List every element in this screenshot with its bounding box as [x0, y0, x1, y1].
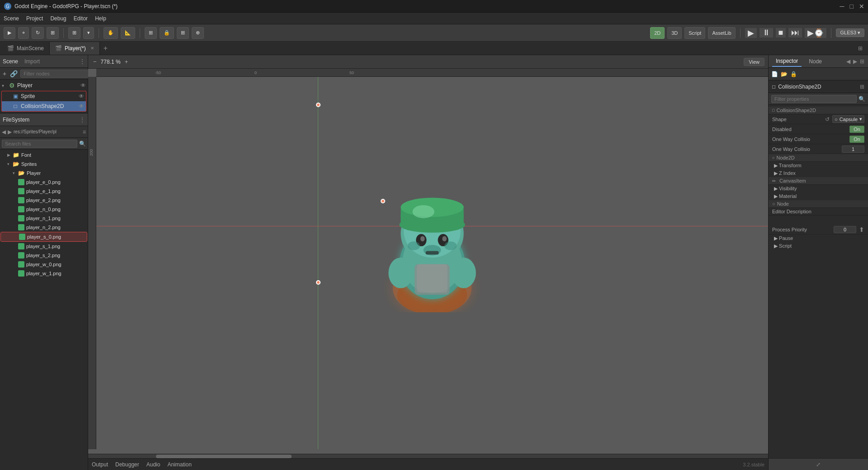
- fs-item-player-n-0[interactable]: player_n_0.png: [0, 205, 88, 214]
- snap-options-button[interactable]: ▾: [83, 27, 94, 39]
- fs-item-player-w-0[interactable]: player_w_0.png: [0, 260, 88, 269]
- add-tab-button[interactable]: +: [100, 44, 111, 52]
- gles-selector[interactable]: GLES3 ▾: [836, 28, 864, 37]
- fs-item-player-s-1[interactable]: player_s_1.png: [0, 242, 88, 251]
- fs-nav-forward[interactable]: ▶: [8, 129, 12, 135]
- one-way-collision-toggle[interactable]: On: [849, 136, 864, 143]
- expand-icon[interactable]: ⤢: [816, 461, 821, 468]
- menu-debug[interactable]: Debug: [50, 15, 66, 22]
- fs-item-player-s-2[interactable]: player_s_2.png: [0, 251, 88, 260]
- grid-snap-button[interactable]: ⊞: [145, 27, 157, 39]
- fs-item-player-e-2[interactable]: player_e_2.png: [0, 196, 88, 205]
- maximize-button[interactable]: □: [850, 3, 854, 10]
- stop-button[interactable]: ■: [776, 28, 786, 38]
- handle-top[interactable]: [316, 103, 321, 107]
- expand-tabs-button[interactable]: ⊞: [854, 43, 866, 53]
- debugger-tab[interactable]: Debugger: [115, 461, 139, 468]
- fs-list-toggle[interactable]: ≡: [83, 129, 86, 135]
- fs-item-font[interactable]: ▶ 📁 Font: [0, 150, 88, 160]
- process-priority-spinbox[interactable]: ⬆: [859, 226, 864, 233]
- close-tab-button[interactable]: ✕: [90, 46, 94, 51]
- tab-player[interactable]: 🎬 Player(*) ✕: [50, 42, 100, 55]
- lock-button[interactable]: 🔒: [160, 27, 174, 39]
- scene-search-input[interactable]: [20, 70, 89, 78]
- player-visibility-icon[interactable]: 👁: [80, 82, 86, 89]
- script-row[interactable]: ▶ Script: [769, 242, 868, 250]
- fs-search-button[interactable]: 🔍: [79, 141, 86, 147]
- shape-value-dropdown[interactable]: ○ Capsule ▾: [832, 115, 864, 123]
- fs-nav-back[interactable]: ◀: [2, 129, 6, 135]
- play-button[interactable]: ▶: [745, 28, 757, 38]
- zindex-subsection[interactable]: ▶ Z Index: [769, 169, 868, 177]
- zoom-out-button[interactable]: −: [92, 58, 98, 65]
- menu-editor[interactable]: Editor: [74, 15, 88, 22]
- animation-tab[interactable]: Animation: [167, 461, 191, 468]
- inspector-tab[interactable]: Inspector: [772, 56, 802, 67]
- step-button[interactable]: ⏭: [788, 28, 802, 38]
- process-priority-value[interactable]: 0: [834, 226, 856, 233]
- menu-project[interactable]: Project: [26, 15, 43, 22]
- open-script-icon[interactable]: 📄: [771, 71, 778, 77]
- fs-item-player-n-2[interactable]: player_n_2.png: [0, 223, 88, 232]
- pivot-button[interactable]: ⊕: [192, 27, 204, 39]
- fs-menu-button[interactable]: ⋮: [80, 117, 85, 123]
- move-tool-button[interactable]: ⌖: [18, 27, 29, 39]
- tree-item-sprite[interactable]: ▣ Sprite 👁: [2, 91, 86, 101]
- tree-item-player[interactable]: ▾ ⚙ Player 👁: [0, 80, 88, 90]
- rotate-tool-button[interactable]: ↻: [32, 27, 44, 39]
- one-way-margin-value[interactable]: 1: [842, 146, 864, 153]
- open-folder-icon[interactable]: 📂: [781, 71, 788, 77]
- 2d-mode-button[interactable]: 2D: [650, 27, 665, 39]
- 3d-mode-button[interactable]: 3D: [667, 27, 682, 39]
- fs-item-player-e-1[interactable]: player_e_1.png: [0, 187, 88, 196]
- viewport-scrollbar-thumb[interactable]: [156, 455, 292, 458]
- inspector-options[interactable]: ⊞: [860, 58, 864, 65]
- play-scene-button[interactable]: ▶⌚: [805, 28, 826, 38]
- canvas-area[interactable]: -50 0 50 200: [88, 69, 768, 454]
- disabled-toggle[interactable]: On: [849, 126, 864, 133]
- snap-button[interactable]: ⊞: [68, 27, 80, 39]
- viewport-scrollbar[interactable]: [88, 454, 768, 458]
- tree-item-collision[interactable]: □ CollisionShape2D 👁: [2, 101, 86, 111]
- fs-item-player-folder[interactable]: ▾ 📂 Player: [0, 169, 88, 178]
- inspector-history-back[interactable]: ◀: [846, 58, 850, 65]
- view-menu-button[interactable]: View: [744, 58, 764, 66]
- audio-tab[interactable]: Audio: [146, 461, 160, 468]
- group-button[interactable]: ⊞: [177, 27, 189, 39]
- zoom-in-button[interactable]: +: [123, 58, 130, 65]
- collision-visibility-icon[interactable]: 👁: [79, 103, 84, 109]
- transform-subsection[interactable]: ▶ Transform: [769, 162, 868, 169]
- scale-tool-button[interactable]: ⊞: [47, 27, 59, 39]
- fs-item-player-e-0[interactable]: player_e_0.png: [0, 178, 88, 187]
- add-node-button[interactable]: +: [2, 70, 7, 77]
- close-button[interactable]: ✕: [859, 3, 864, 10]
- pan-tool-button[interactable]: ✋: [104, 27, 118, 39]
- fs-search-input[interactable]: [2, 140, 77, 148]
- tab-main-scene[interactable]: 🎬 MainScene: [2, 42, 50, 55]
- assetlib-button[interactable]: AssetLib: [708, 27, 735, 39]
- node-tab[interactable]: Node: [805, 56, 826, 66]
- fs-item-sprites[interactable]: ▾ 📂 Sprites: [0, 160, 88, 169]
- material-subsection[interactable]: ▶ Material: [769, 193, 868, 200]
- pause-row[interactable]: ▶ Pause: [769, 235, 868, 242]
- select-tool-button[interactable]: ▶: [4, 27, 15, 39]
- visibility-subsection[interactable]: ▶ Visibility: [769, 185, 868, 193]
- add-instance-button[interactable]: 🔗: [9, 70, 19, 77]
- pause-button[interactable]: ⏸: [760, 28, 773, 38]
- script-button[interactable]: Script: [684, 27, 705, 39]
- minimize-button[interactable]: ─: [840, 3, 844, 10]
- menu-help[interactable]: Help: [95, 15, 106, 22]
- inspector-node-expand[interactable]: ⊞: [860, 84, 864, 90]
- inspector-lock-icon[interactable]: 🔒: [790, 71, 797, 77]
- output-tab[interactable]: Output: [92, 461, 108, 468]
- fs-item-player-s-0[interactable]: player_s_0.png: [1, 232, 87, 241]
- menu-scene[interactable]: Scene: [4, 15, 19, 22]
- handle-bottom[interactable]: [316, 280, 321, 285]
- shape-reset-button[interactable]: ↺: [825, 116, 830, 122]
- scene-menu-button[interactable]: ⋮: [80, 58, 85, 65]
- sprite-visibility-icon[interactable]: 👁: [79, 93, 84, 99]
- ruler-tool-button[interactable]: 📐: [121, 27, 135, 39]
- inspector-history-forward[interactable]: ▶: [853, 58, 857, 65]
- import-tab[interactable]: Import: [24, 58, 40, 65]
- fs-item-player-n-1[interactable]: player_n_1.png: [0, 214, 88, 223]
